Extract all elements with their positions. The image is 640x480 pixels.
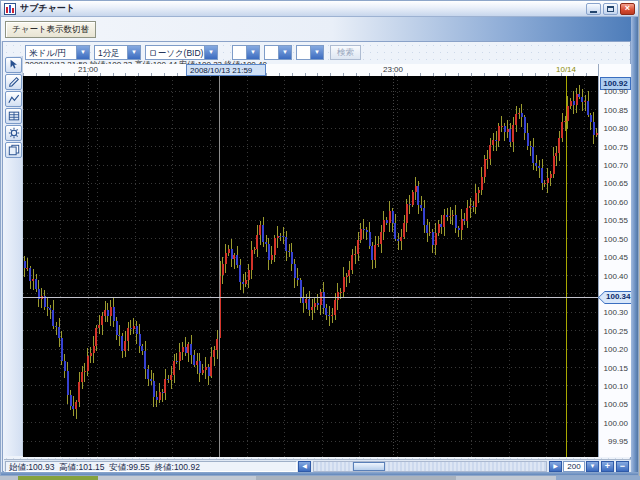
price-axis: 100.92 100.34 100.90100.85100.80100.7510… — [598, 64, 631, 457]
maximize-icon — [607, 6, 614, 12]
minimize-button[interactable] — [586, 3, 601, 15]
scroll-thumb[interactable] — [353, 462, 385, 471]
price-tick: 100.90 — [599, 87, 628, 96]
subchart-window: サブチャート × チャート表示数切替 米ドル/円 ▼ 1分足 ▼ ローソク(BI… — [0, 0, 639, 476]
bar-count-dropdown-button[interactable]: ▼ — [586, 461, 599, 472]
chart-controls-row: 米ドル/円 ▼ 1分足 ▼ ローソク(BID) ▼ ▼ ▼ ▼ — [25, 44, 361, 60]
extra-combo-2-value — [265, 46, 278, 59]
copy-page-tool-button[interactable] — [5, 142, 22, 158]
symbol-combo[interactable]: 米ドル/円 ▼ — [25, 45, 90, 60]
time-label: 10/14 — [548, 65, 584, 74]
price-tick: 100.25 — [599, 327, 628, 336]
pointer-tool-icon — [8, 59, 20, 71]
chevron-down-icon[interactable]: ▼ — [76, 46, 89, 59]
arrow-right-icon: ▶ — [553, 463, 558, 469]
extra-combo-1[interactable]: ▼ — [232, 45, 260, 60]
price-tick: 99.95 — [599, 437, 628, 446]
copy-page-icon — [8, 144, 20, 156]
pointer-tool-button[interactable] — [5, 57, 22, 73]
price-tick: 100.05 — [599, 400, 628, 409]
pencil-tool-icon — [8, 76, 20, 88]
price-tick: 100.55 — [599, 216, 628, 225]
settings-gear-icon — [8, 127, 20, 139]
chevron-down-icon[interactable]: ▼ — [278, 46, 291, 59]
candlestick-chart[interactable] — [23, 76, 598, 457]
minimize-icon — [590, 11, 597, 13]
time-axis: 2008/10/13 21:59 21:0023:0010/14 — [23, 64, 598, 76]
price-tick: 100.65 — [599, 179, 628, 188]
pencil-tool-button[interactable] — [5, 74, 22, 90]
price-tick: 100.80 — [599, 124, 628, 133]
price-tick: 100.70 — [599, 161, 628, 170]
price-tick: 100.20 — [599, 345, 628, 354]
crosshair-price-pointer: 100.34 — [598, 291, 632, 304]
price-tick: 100.85 — [599, 106, 628, 115]
settings-tool-button[interactable] — [5, 125, 22, 141]
chevron-down-icon: ▼ — [590, 463, 596, 469]
scroll-right-button[interactable]: ▶ — [549, 461, 562, 472]
price-tick: 100.30 — [599, 308, 628, 317]
line-chart-tool-button[interactable] — [5, 91, 22, 107]
time-label: 23:00 — [375, 65, 411, 74]
time-label: 21:00 — [70, 65, 106, 74]
chevron-down-icon[interactable]: ▼ — [246, 46, 259, 59]
price-tick: 100.45 — [599, 253, 628, 262]
zoom-in-button[interactable]: + — [601, 461, 614, 472]
chevron-down-icon[interactable]: ▼ — [310, 46, 323, 59]
window-right-border — [631, 17, 638, 472]
price-tick: 100.50 — [599, 235, 628, 244]
price-tick: 100.75 — [599, 143, 628, 152]
price-tick: 100.15 — [599, 364, 628, 373]
price-tick: 100.40 — [599, 272, 628, 281]
titlebar: サブチャート × — [1, 1, 638, 17]
chart-style-combo[interactable]: ローソク(BID) ▼ — [145, 45, 218, 60]
grid-tool-button[interactable] — [5, 108, 22, 124]
chevron-down-icon[interactable]: ▼ — [204, 46, 217, 59]
grid-tool-icon — [8, 110, 20, 122]
extra-combo-2[interactable]: ▼ — [264, 45, 292, 60]
app-icon — [4, 3, 16, 15]
chart-count-toggle-button[interactable]: チャート表示数切替 — [5, 21, 96, 38]
scroll-left-button[interactable]: ◀ — [298, 461, 311, 472]
background-windows — [0, 476, 640, 480]
crosshair-time-tooltip: 2008/10/13 21:59 — [186, 64, 266, 76]
zoom-out-button[interactable]: − — [616, 461, 629, 472]
close-icon: × — [625, 4, 630, 13]
window-title: サブチャート — [20, 2, 584, 15]
extra-combo-3-value — [297, 46, 310, 59]
search-button[interactable]: 検索 — [330, 45, 361, 60]
bar-count-field[interactable]: 200 — [563, 461, 585, 472]
bottom-bar: 始値:100.93 高値:101.15 安値:99.55 終値:100.92 ◀… — [4, 459, 631, 472]
symbol-value: 米ドル/円 — [26, 46, 76, 59]
chevron-down-icon[interactable]: ▼ — [127, 46, 140, 59]
price-tick: 100.10 — [599, 382, 628, 391]
scroll-track[interactable] — [313, 461, 547, 472]
chart-panel: 米ドル/円 ▼ 1分足 ▼ ローソク(BID) ▼ ▼ ▼ ▼ — [2, 41, 631, 472]
price-tick: 100.60 — [599, 198, 628, 207]
session-summary: 始値:100.93 高値:101.15 安値:99.55 終値:100.92 — [5, 461, 297, 472]
timeframe-value: 1分足 — [95, 46, 127, 59]
line-chart-tool-icon — [8, 93, 20, 105]
window-bottom-border — [1, 472, 638, 475]
maximize-button[interactable] — [603, 3, 618, 15]
extra-combo-1-value — [233, 46, 246, 59]
close-button[interactable]: × — [620, 3, 635, 15]
price-tick: 100.00 — [599, 419, 628, 428]
upper-toolbar: チャート表示数切替 — [1, 17, 638, 41]
side-toolbar — [4, 56, 23, 456]
timeframe-combo[interactable]: 1分足 ▼ — [94, 45, 141, 60]
chart-style-value: ローソク(BID) — [146, 46, 204, 59]
arrow-left-icon: ◀ — [302, 463, 307, 469]
extra-combo-3[interactable]: ▼ — [296, 45, 324, 60]
